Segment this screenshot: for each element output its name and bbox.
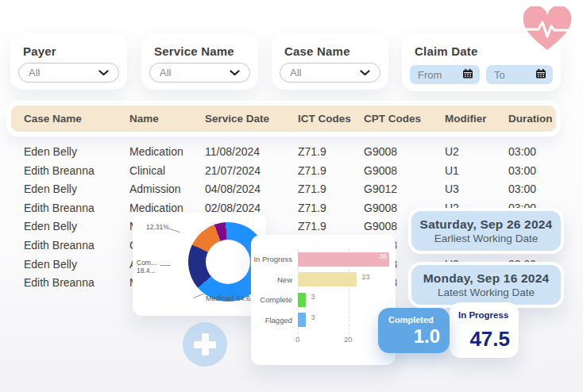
donut-callout-line xyxy=(169,229,180,233)
column-header: Case Name xyxy=(24,106,82,132)
table-cell: Edith Breanna xyxy=(24,236,95,256)
in-progress-stat-card: In Progress 47.5 xyxy=(450,302,519,358)
table-row[interactable]: Edith BreannaClinical21/07/2024Z71.9G900… xyxy=(11,162,567,181)
column-header: CPT Codes xyxy=(364,106,421,132)
earliest-working-date-card: Saturday, Sep 26 2024 Earliest Working D… xyxy=(408,208,564,254)
chevron-down-icon xyxy=(98,70,109,76)
chevron-down-icon xyxy=(230,70,240,76)
filter-case-name: Case Name All xyxy=(272,34,388,90)
earliest-date-caption: Earliest Working Date xyxy=(434,233,538,244)
latest-date: Monday, Sep 16 2024 xyxy=(423,271,550,286)
donut-label-commercial: Com... 18.4... xyxy=(137,259,156,275)
x-axis-tick: 20 xyxy=(344,335,353,344)
table-cell: U3 xyxy=(445,180,459,199)
calendar-icon xyxy=(535,67,546,82)
table-cell: Z71.9 xyxy=(298,162,326,181)
claim-date-from-button[interactable]: From xyxy=(410,65,480,84)
bar[interactable] xyxy=(298,272,357,286)
heart-pulse-icon xyxy=(521,6,573,56)
bar-label: Complete xyxy=(237,295,292,304)
service-name-select[interactable]: All xyxy=(149,63,250,83)
status-bar-chart-card: In Progress36New23Complete3Flagged3 0 20 xyxy=(251,235,396,365)
case-name-select-value: All xyxy=(290,67,301,79)
to-label: To xyxy=(494,69,505,81)
table-cell: Clinical xyxy=(129,162,165,181)
table-cell: 03:00 xyxy=(508,180,536,199)
table-cell: G9012 xyxy=(364,180,397,199)
filter-label: Claim Date xyxy=(415,44,478,58)
bar-label: Flagged xyxy=(237,316,292,325)
table-cell: Edith Breanna xyxy=(24,199,95,218)
filter-label: Payer xyxy=(23,44,56,58)
bar-row: Complete3 xyxy=(251,290,396,310)
table-cell: 04/08/2024 xyxy=(205,180,261,199)
calendar-icon xyxy=(462,67,473,82)
bar-value: 3 xyxy=(311,310,315,325)
x-axis-tick: 0 xyxy=(295,335,299,344)
column-header: Duration xyxy=(508,106,553,132)
dashboard: Payer All Service Name All Case Name All… xyxy=(0,0,583,392)
filter-payer: Payer All xyxy=(10,34,127,90)
bar-value: 3 xyxy=(311,290,315,304)
bar-label: New xyxy=(237,275,292,284)
table-cell: 21/07/2024 xyxy=(205,162,261,181)
payer-select[interactable]: All xyxy=(18,63,119,83)
in-progress-value: 47.5 xyxy=(469,327,510,352)
table-cell: G9008 xyxy=(364,162,397,181)
bar-row: New23 xyxy=(251,270,396,290)
completed-stat-card: Completed 1.0 xyxy=(378,308,450,353)
table-cell: Z71.9 xyxy=(298,217,326,236)
claim-date-to-button[interactable]: To xyxy=(486,65,553,84)
table-row[interactable]: Eden BellyMedication11/08/2024Z71.9G9008… xyxy=(11,143,567,162)
table-cell: 03:00 xyxy=(508,162,536,181)
table-cell: G9008 xyxy=(364,217,397,236)
table-cell: Eden Belly xyxy=(24,180,77,199)
bar[interactable] xyxy=(298,252,389,267)
table-cell: Eden Belly xyxy=(24,217,77,236)
chevron-down-icon xyxy=(360,70,370,76)
column-header: Name xyxy=(129,106,159,132)
table-cell: Medication xyxy=(129,143,183,162)
in-progress-label: In Progress xyxy=(458,310,508,320)
table-cell: G9008 xyxy=(364,199,397,218)
bar-row: Flagged3 xyxy=(251,310,396,331)
case-name-select[interactable]: All xyxy=(280,63,380,83)
table-cell: Z71.9 xyxy=(298,143,326,162)
bar[interactable] xyxy=(298,293,306,307)
bar[interactable] xyxy=(298,313,306,327)
latest-date-caption: Latest Working Date xyxy=(438,286,535,298)
table-cell: 03:00 xyxy=(508,143,536,162)
bar-chart[interactable]: In Progress36New23Complete3Flagged3 xyxy=(251,249,396,330)
column-header: Modifier xyxy=(445,106,487,132)
table-cell: Z71.9 xyxy=(298,199,326,218)
column-header: Service Date xyxy=(205,106,269,132)
column-header: ICT Codes xyxy=(298,106,351,132)
plus-button[interactable] xyxy=(183,322,227,367)
table-header-row: Case NameNameService DateICT CodesCPT Co… xyxy=(11,106,556,132)
completed-value: 1.0 xyxy=(414,325,440,348)
filter-label: Case Name xyxy=(284,44,350,58)
donut-label-orange: 12.31% xyxy=(146,223,169,231)
table-cell: Admission xyxy=(129,180,181,199)
donut-callout-line xyxy=(193,293,205,298)
service-name-select-value: All xyxy=(160,67,171,79)
donut-callout-line xyxy=(160,265,171,266)
table-row[interactable]: Eden BellyAdmission04/08/2024Z71.9G9012U… xyxy=(11,180,567,199)
bar-row: In Progress36 xyxy=(251,249,396,270)
filter-service-name: Service Name All xyxy=(141,34,258,90)
table-cell: Eden Belly xyxy=(24,143,77,162)
earliest-date: Saturday, Sep 26 2024 xyxy=(420,217,553,232)
payer-select-value: All xyxy=(29,67,40,79)
latest-working-date-card: Monday, Sep 16 2024 Latest Working Date xyxy=(408,262,564,308)
filter-label: Service Name xyxy=(154,44,234,58)
bar-label: In Progress xyxy=(237,255,292,263)
table-cell: U1 xyxy=(445,162,459,181)
completed-label: Completed xyxy=(388,315,434,325)
table-cell: Edith Breanna xyxy=(24,274,95,293)
table-header-card: Case NameNameService DateICT CodesCPT Co… xyxy=(6,101,561,136)
bar-value: 36 xyxy=(379,249,387,263)
table-cell: Z71.9 xyxy=(298,180,326,199)
bar-value: 23 xyxy=(362,270,370,284)
table-cell: 11/08/2024 xyxy=(205,143,260,162)
from-label: From xyxy=(418,69,442,81)
